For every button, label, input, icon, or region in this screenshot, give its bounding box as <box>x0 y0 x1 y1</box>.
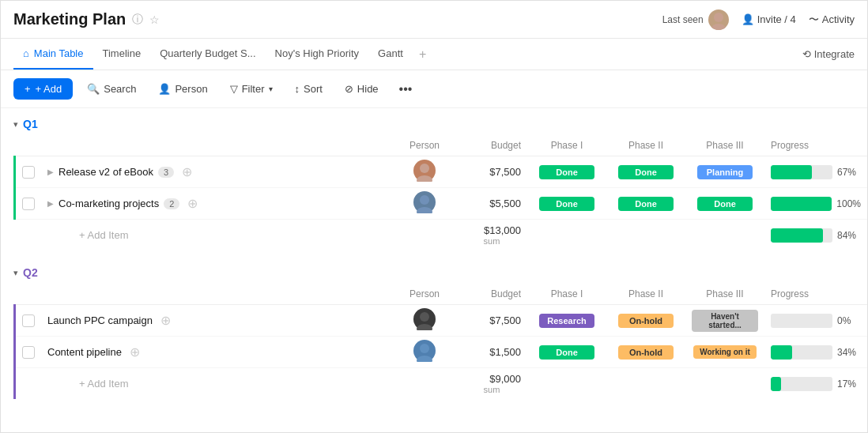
activity-button[interactable]: 〜 Activity <box>809 13 855 27</box>
footer-progress-label: 84% <box>837 230 861 241</box>
phase3-badge[interactable]: Planning <box>697 165 753 179</box>
progress-label: 0% <box>837 315 861 326</box>
budget-cell: $1,500 <box>456 337 527 368</box>
row-add-icon[interactable]: ⊕ <box>160 313 171 328</box>
tab-quarterly-budget[interactable]: Quarterly Budget S... <box>150 39 265 70</box>
sort-icon: ↕ <box>295 83 300 95</box>
th-name <box>41 284 393 305</box>
search-button[interactable]: 🔍 Search <box>79 79 144 99</box>
svg-point-7 <box>417 324 432 330</box>
svg-point-9 <box>417 356 432 362</box>
tab-gantt[interactable]: Gantt <box>368 39 413 70</box>
group-q2-toggle[interactable]: ▾ <box>13 268 18 278</box>
invite-button[interactable]: 👤 Invite / 4 <box>742 13 796 25</box>
filter-chevron-icon: ▾ <box>269 85 273 93</box>
add-tab-button[interactable]: + <box>413 47 432 62</box>
header: Marketing Plan ⓘ ☆ Last seen 👤 Invite / … <box>1 1 867 39</box>
group-q1-toggle[interactable]: ▾ <box>13 119 18 130</box>
person-avatar-2 <box>413 191 436 213</box>
row-name: Launch PPC campaign <box>47 314 153 326</box>
last-seen-label: Last seen <box>662 14 704 25</box>
th-name <box>41 135 393 156</box>
row-add-icon[interactable]: ⊕ <box>130 345 140 360</box>
checkbox-q2-2[interactable] <box>22 346 35 359</box>
add-item-cell: + Add Item <box>41 220 456 251</box>
budget-cell: $5,500 <box>456 188 527 220</box>
q2-header-row: Person Budget Phase I Phase II Phase III… <box>15 284 868 305</box>
svg-point-2 <box>420 164 429 173</box>
progress-bar-outer <box>771 197 832 211</box>
progress-cell: 67% <box>764 156 867 188</box>
tab-timeline[interactable]: Timeline <box>93 39 151 70</box>
search-icon: 🔍 <box>87 83 100 95</box>
add-item-button-q2[interactable]: + Add Item <box>47 378 450 390</box>
person-avatar-1 <box>413 160 436 182</box>
toolbar: + + Add 🔍 Search 👤 Person ▽ Filter ▾ ↕ S… <box>1 70 867 108</box>
group-q2-label[interactable]: Q2 <box>23 266 38 279</box>
row-name-cell: ▶ Release v2 of eBook 3 ⊕ <box>41 156 393 188</box>
th-phase-3: Phase III <box>685 284 764 305</box>
person-avatar-4 <box>413 340 436 362</box>
th-phase-3: Phase III <box>685 135 764 156</box>
phase1-cell: Done <box>527 156 606 188</box>
phase2-badge[interactable]: Done <box>618 197 674 211</box>
filter-button[interactable]: ▽ Filter ▾ <box>222 79 281 99</box>
checkbox-cell <box>15 188 42 220</box>
tab-main-table[interactable]: ⌂ Main Table <box>13 39 93 70</box>
last-seen: Last seen <box>662 9 729 30</box>
phase1-badge[interactable]: Done <box>539 165 594 179</box>
q2-add-item-row: + Add Item $9,000 sum <box>15 368 868 400</box>
hide-button[interactable]: ⊘ Hide <box>337 79 387 99</box>
person-icon: 👤 <box>742 13 754 25</box>
phase1-badge[interactable]: Done <box>539 197 594 211</box>
phase3-badge[interactable]: Done <box>697 197 753 211</box>
person-cell <box>393 337 456 368</box>
phase1-badge[interactable]: Research <box>539 314 594 328</box>
sort-button[interactable]: ↕ Sort <box>287 79 330 99</box>
progress-bar-outer <box>771 165 832 179</box>
progress-bar-inner <box>771 165 812 179</box>
th-progress: Progress <box>764 284 867 305</box>
person-button[interactable]: 👤 Person <box>150 79 215 99</box>
checkbox-cell <box>15 156 42 188</box>
th-phase-1: Phase I <box>527 135 606 156</box>
q1-row-1: ▶ Release v2 of eBook 3 ⊕ <box>15 156 868 188</box>
phase1-cell: Research <box>527 305 606 337</box>
expand-icon[interactable]: ▶ <box>47 168 54 176</box>
row-count-badge: 3 <box>158 167 174 178</box>
more-options-button[interactable]: ••• <box>393 78 419 100</box>
checkbox-q1-1[interactable] <box>22 166 35 179</box>
footer-progress-bar-inner <box>771 228 823 243</box>
th-person: Person <box>393 135 456 156</box>
phase2-badge[interactable]: Done <box>618 165 674 179</box>
row-add-icon[interactable]: ⊕ <box>187 196 198 211</box>
checkbox-q2-1[interactable] <box>22 314 35 327</box>
add-item-button[interactable]: + Add Item <box>47 229 450 241</box>
add-button[interactable]: + + Add <box>13 78 73 100</box>
row-add-icon[interactable]: ⊕ <box>182 164 192 179</box>
expand-icon[interactable]: ▶ <box>47 199 54 208</box>
integrate-button[interactable]: ⟲ Integrate <box>802 48 855 60</box>
tabs-bar: ⌂ Main Table Timeline Quarterly Budget S… <box>1 39 867 70</box>
header-right: Last seen 👤 Invite / 4 〜 Activity <box>662 9 855 30</box>
star-icon[interactable]: ☆ <box>149 13 160 26</box>
group-q1: ▾ Q1 Person Budget Phase I Phase II Phas… <box>1 108 867 250</box>
phase3-badge[interactable]: Haven't started... <box>692 310 758 332</box>
sum-cell: $13,000 sum <box>456 220 527 251</box>
row-name-cell: Launch PPC campaign ⊕ <box>41 305 393 337</box>
person-filter-icon: 👤 <box>158 83 171 95</box>
phase2-badge[interactable]: On-hold <box>618 345 674 360</box>
q1-row-2: ▶ Co-marketing projects 2 ⊕ <box>15 188 868 220</box>
group-q1-label[interactable]: Q1 <box>23 118 38 130</box>
progress-bar-outer <box>771 314 832 328</box>
th-budget: Budget <box>456 135 527 156</box>
empty-cell <box>15 220 42 251</box>
tab-high-priority[interactable]: Noy's High Priority <box>266 39 369 70</box>
info-icon[interactable]: ⓘ <box>132 13 143 27</box>
checkbox-q1-2[interactable] <box>22 198 35 210</box>
phase2-badge[interactable]: On-hold <box>618 314 674 328</box>
phase3-badge[interactable]: Working on it <box>693 345 757 359</box>
phase1-badge[interactable]: Done <box>539 345 594 360</box>
footer-progress-label: 17% <box>837 378 861 390</box>
person-cell <box>393 156 456 188</box>
